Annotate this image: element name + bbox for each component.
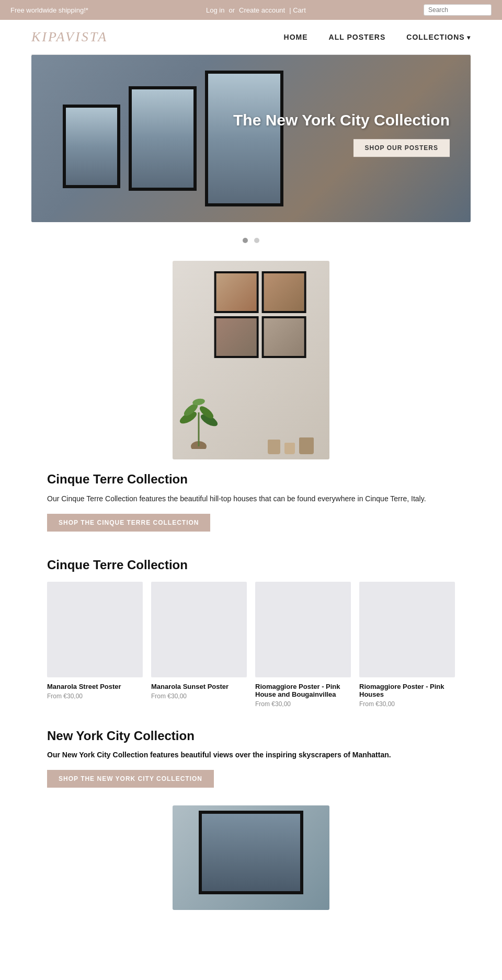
- logo: KIPAVISTA: [31, 29, 108, 45]
- cinque-terre-promo-description: Our Cinque Terre Collection features the…: [47, 493, 455, 504]
- cinque-terre-collection: Cinque Terre Collection Manarola Street …: [0, 558, 502, 729]
- gallery-image: [173, 261, 329, 459]
- cinque-terre-promo-heading: Cinque Terre Collection: [47, 472, 455, 487]
- cinque-terre-promo: Cinque Terre Collection Our Cinque Terre…: [0, 472, 502, 558]
- product-thumb-1: [47, 582, 143, 677]
- product-card-1[interactable]: Manarola Street Poster From €30,00: [47, 582, 143, 708]
- product-grid: Manarola Street Poster From €30,00 Manar…: [47, 582, 455, 708]
- nyc-frame: [199, 811, 303, 894]
- gallery-frame-4: [262, 316, 306, 358]
- nyc-shop-button[interactable]: SHOP THE NEW YORK CITY COLLECTION: [47, 770, 214, 788]
- pot-3: [299, 437, 314, 454]
- nyc-section: New York City Collection Our New York Ci…: [0, 729, 502, 926]
- hero-slider: The New York City Collection SHOP OUR PO…: [31, 55, 471, 222]
- product-price-1: From €30,00: [47, 693, 143, 700]
- plant-icon: [178, 381, 220, 449]
- login-link[interactable]: Log in: [206, 6, 224, 14]
- topbar-search: [424, 4, 492, 16]
- gallery-frame-3: [214, 316, 259, 358]
- gallery-frame-2: [262, 271, 306, 313]
- shipping-text: Free worldwide shipping!*: [10, 6, 88, 14]
- create-account-link[interactable]: Create account: [239, 6, 285, 14]
- gallery-frames: [214, 271, 306, 358]
- slider-dots: [0, 230, 502, 256]
- product-thumb-2: [151, 582, 247, 677]
- product-thumb-3: [255, 582, 351, 677]
- hero-text: The New York City Collection SHOP OUR PO…: [233, 111, 450, 157]
- product-name-3: Riomaggiore Poster - Pink House and Boug…: [255, 683, 351, 698]
- or-text: or: [229, 6, 235, 14]
- search-input[interactable]: [424, 4, 492, 16]
- nyc-image: [173, 805, 329, 910]
- product-thumb-4: [359, 582, 455, 677]
- gallery-frame-1: [214, 271, 259, 313]
- hero-shop-button[interactable]: SHOP OUR POSTERS: [353, 139, 450, 157]
- product-price-2: From €30,00: [151, 693, 247, 700]
- product-card-4[interactable]: Riomaggiore Poster - Pink Houses From €3…: [359, 582, 455, 708]
- topbar: Free worldwide shipping!* Log in or Crea…: [0, 0, 502, 20]
- hero-frame-2: [129, 86, 197, 191]
- pot-plants: [268, 437, 314, 454]
- navbar: KIPAVISTA HOME ALL POSTERS COLLECTIONS: [0, 20, 502, 54]
- hero-frame-1: [63, 105, 120, 188]
- nyc-preview: [47, 805, 455, 910]
- product-price-4: From €30,00: [359, 700, 455, 708]
- product-name-1: Manarola Street Poster: [47, 683, 143, 690]
- product-name-2: Manarola Sunset Poster: [151, 683, 247, 690]
- cart-text: | Cart: [289, 6, 306, 14]
- nyc-description: Our New York City Collection features be…: [47, 750, 455, 760]
- product-name-4: Riomaggiore Poster - Pink Houses: [359, 683, 455, 698]
- product-card-3[interactable]: Riomaggiore Poster - Pink House and Boug…: [255, 582, 351, 708]
- nav-collections[interactable]: COLLECTIONS: [406, 33, 471, 41]
- pot-1: [268, 440, 280, 454]
- slider-dot-2[interactable]: [254, 238, 259, 243]
- product-price-3: From €30,00: [255, 700, 351, 708]
- pot-2: [284, 443, 295, 454]
- gallery-section: [0, 261, 502, 459]
- nav-home[interactable]: HOME: [284, 33, 308, 41]
- product-card-2[interactable]: Manarola Sunset Poster From €30,00: [151, 582, 247, 708]
- hero-title: The New York City Collection: [233, 111, 450, 130]
- topbar-links: Log in or Create account | Cart: [206, 6, 306, 14]
- nav-links: HOME ALL POSTERS COLLECTIONS: [284, 32, 471, 42]
- cinque-terre-grid-heading: Cinque Terre Collection: [47, 558, 455, 572]
- cinque-terre-shop-button[interactable]: SHOP THE CINQUE TERRE COLLECTION: [47, 514, 210, 532]
- slider-dot-1[interactable]: [243, 238, 248, 243]
- nav-all-posters[interactable]: ALL POSTERS: [329, 33, 386, 41]
- nyc-heading: New York City Collection: [47, 729, 455, 743]
